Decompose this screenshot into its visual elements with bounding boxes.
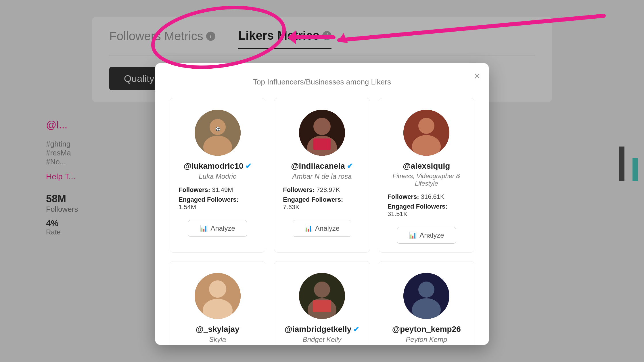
engaged-value-2: 7.63K	[283, 203, 300, 211]
analyze-button-1[interactable]: 📊 Analyze	[188, 220, 247, 237]
realname-6: Peyton Kemp	[406, 336, 447, 344]
svg-point-12	[209, 280, 226, 298]
engaged-label-3: Engaged Followers:	[388, 203, 448, 210]
username-4: @_skylajay	[196, 325, 239, 334]
avatar-img-1: ⚽	[195, 110, 241, 156]
influencer-card-5: @iambridgetkelly ✔ Bridget Kelly Followe…	[274, 261, 370, 345]
verified-icon-2: ✔	[347, 162, 353, 171]
realname-5: Bridget Kelly	[303, 336, 342, 344]
avatar-img-3	[403, 110, 449, 156]
analyze-button-2[interactable]: 📊 Analyze	[293, 220, 351, 237]
username-6: @peyton_kemp26	[392, 325, 461, 334]
influencer-card-1: ⚽ @lukamodric10 ✔ Luka Modric Followers:…	[170, 98, 265, 253]
svg-rect-7	[313, 138, 331, 150]
engaged-row-1: Engaged Followers: 1.54M	[179, 196, 256, 211]
analyze-button-3[interactable]: 📊 Analyze	[397, 227, 456, 244]
followers-row-1: Followers: 31.49M	[179, 186, 256, 194]
bio-3: Fitness, Videographer & Lifestyle	[388, 172, 465, 187]
followers-value-2: 728.97K	[316, 186, 340, 193]
followers-label-2: Followers:	[283, 186, 315, 193]
chart-icon-1: 📊	[200, 225, 208, 232]
svg-point-19	[418, 282, 434, 298]
username-5: @iambridgetkelly ✔	[285, 325, 360, 334]
verified-icon-1: ✔	[245, 162, 252, 171]
stats-1: Followers: 31.49M Engaged Followers: 1.5…	[179, 186, 256, 213]
influencer-card-2: @indiiacanela ✔ Ambar N de la rosa Follo…	[274, 98, 370, 253]
username-2: @indiiacanela ✔	[291, 161, 353, 171]
stats-3: Followers: 316.61K Engaged Followers: 31…	[388, 193, 465, 220]
followers-value-1: 31.49M	[212, 186, 233, 193]
followers-label-1: Followers:	[179, 186, 210, 193]
engaged-label-2: Engaged Followers:	[283, 196, 343, 203]
influencer-card-3: @alexsiquig Fitness, Videographer & Life…	[379, 98, 474, 253]
avatar-img-5	[299, 273, 345, 319]
username-1: @lukamodric10 ✔	[184, 161, 252, 171]
svg-rect-17	[313, 300, 331, 312]
svg-text:⚽: ⚽	[215, 127, 220, 132]
avatar-bridgetkelly	[299, 273, 345, 319]
engaged-label-1: Engaged Followers:	[179, 196, 239, 203]
realname-4: Skyla	[209, 336, 226, 344]
svg-point-9	[418, 118, 434, 134]
svg-point-15	[314, 282, 330, 298]
chart-icon-3: 📊	[409, 232, 417, 239]
engaged-row-2: Engaged Followers: 7.63K	[283, 196, 361, 211]
influencer-grid: ⚽ @lukamodric10 ✔ Luka Modric Followers:…	[170, 98, 474, 345]
engaged-value-3: 31.51K	[388, 210, 408, 217]
modal-close-button[interactable]: ×	[474, 70, 480, 82]
avatar-alexsiquig	[403, 110, 449, 156]
avatar-img-6	[403, 273, 449, 319]
avatar-lukamodric: ⚽	[195, 110, 241, 156]
followers-value-3: 316.61K	[421, 193, 444, 200]
avatar-indiiacanela	[299, 110, 345, 156]
avatar-peytonkemp	[403, 273, 449, 319]
engaged-row-3: Engaged Followers: 31.51K	[388, 203, 465, 218]
modal-overlay: × Top Influencers/Businesses among Liker…	[0, 0, 644, 362]
realname-2: Ambar N de la rosa	[292, 172, 352, 180]
svg-point-5	[313, 118, 331, 135]
avatar-skylajay	[195, 273, 241, 319]
followers-row-3: Followers: 316.61K	[388, 193, 465, 201]
avatar-img-2	[299, 110, 345, 156]
username-3: @alexsiquig	[403, 161, 450, 171]
modal-title: Top Influencers/Businesses among Likers	[170, 78, 474, 86]
followers-label-3: Followers:	[388, 193, 419, 200]
realname-1: Luka Modric	[199, 172, 236, 180]
avatar-img-4	[195, 273, 241, 319]
influencer-modal: × Top Influencers/Businesses among Liker…	[155, 63, 489, 345]
stats-2: Followers: 728.97K Engaged Followers: 7.…	[283, 186, 361, 213]
chart-icon-2: 📊	[304, 225, 312, 232]
engaged-value-1: 1.54M	[179, 203, 196, 211]
verified-icon-5: ✔	[353, 325, 359, 334]
followers-row-2: Followers: 728.97K	[283, 186, 361, 194]
influencer-card-4: @_skylajay Skyla Followers: Engaged Foll…	[170, 261, 265, 345]
influencer-card-6: @peyton_kemp26 Peyton Kemp Followers: En…	[379, 261, 474, 345]
